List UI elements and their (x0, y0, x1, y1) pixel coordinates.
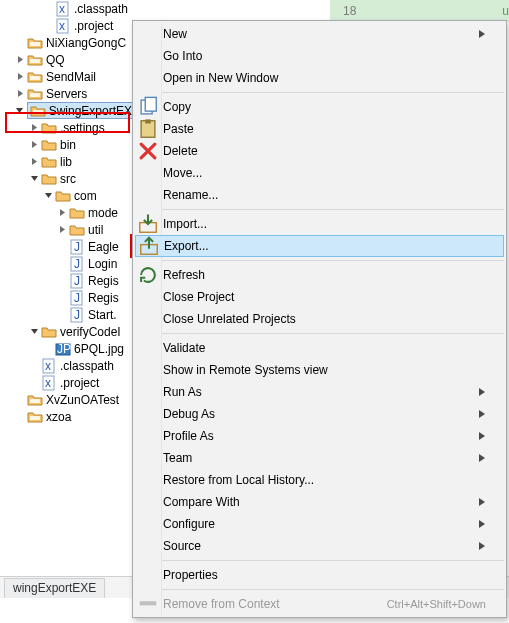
java-icon (69, 290, 85, 306)
menu-item-label: Profile As (159, 429, 478, 443)
menu-icon-empty (137, 564, 159, 586)
menu-separator (161, 333, 504, 334)
tree-item[interactable]: XvZunOATest (0, 391, 135, 408)
tree-item[interactable]: mode (0, 204, 135, 221)
menu-item[interactable]: Close Unrelated Projects (133, 308, 506, 330)
submenu-arrow-icon (478, 539, 486, 553)
copy-icon (137, 96, 159, 118)
menu-item: Remove from ContextCtrl+Alt+Shift+Down (133, 593, 506, 615)
tree-item[interactable]: QQ (0, 51, 135, 68)
tree-item-label: NiXiangGongC (46, 36, 126, 50)
project-icon (27, 392, 43, 408)
menu-item[interactable]: New (133, 23, 506, 45)
menu-item[interactable]: Debug As (133, 403, 506, 425)
twistie-icon[interactable] (14, 54, 26, 66)
tree-item[interactable]: Regis (0, 289, 135, 306)
menu-item[interactable]: Rename... (133, 184, 506, 206)
menu-icon-empty (137, 469, 159, 491)
twistie-icon[interactable] (28, 156, 40, 168)
menu-item-label: Close Project (159, 290, 486, 304)
menu-item[interactable]: Refresh (133, 264, 506, 286)
tree-item[interactable]: .project (0, 374, 135, 391)
xfile-icon (41, 358, 57, 374)
jpg-icon (55, 341, 71, 357)
tree-item-label: bin (60, 138, 76, 152)
twistie-icon[interactable] (14, 105, 26, 117)
twistie-icon[interactable] (56, 224, 68, 236)
twistie-icon[interactable] (28, 122, 40, 134)
menu-item[interactable]: Go Into (133, 45, 506, 67)
menu-item[interactable]: Run As (133, 381, 506, 403)
menu-icon-empty (137, 491, 159, 513)
submenu-arrow-icon (478, 495, 486, 509)
menu-item[interactable]: Delete (133, 140, 506, 162)
menu-item[interactable]: Team (133, 447, 506, 469)
tree-item-label: mode (88, 206, 118, 220)
editor-tab-label: wingExportEXE (13, 581, 96, 595)
menu-item[interactable]: Copy (133, 96, 506, 118)
tree-item[interactable]: com (0, 187, 135, 204)
menu-item[interactable]: Configure (133, 513, 506, 535)
tree-item-label: .classpath (74, 2, 128, 16)
tree-item[interactable]: SwingExportEX (0, 102, 135, 119)
tree-item[interactable]: .settings (0, 119, 135, 136)
tree-item[interactable]: SendMail (0, 68, 135, 85)
menu-accelerator: Ctrl+Alt+Shift+Down (387, 598, 486, 610)
twistie-icon[interactable] (28, 173, 40, 185)
menu-item[interactable]: Validate (133, 337, 506, 359)
twistie-icon[interactable] (42, 190, 54, 202)
tree-item[interactable]: .classpath (0, 357, 135, 374)
menu-item[interactable]: Show in Remote Systems view (133, 359, 506, 381)
tree-item[interactable]: src (0, 170, 135, 187)
tree-item[interactable]: Start. (0, 306, 135, 323)
menu-item[interactable]: Properties (133, 564, 506, 586)
menu-item[interactable]: Profile As (133, 425, 506, 447)
tree-item[interactable]: 6PQL.jpg (0, 340, 135, 357)
menu-item[interactable]: Close Project (133, 286, 506, 308)
twistie-icon (14, 411, 26, 423)
tree-item[interactable]: NiXiangGongC (0, 34, 135, 51)
menu-item-label: Move... (159, 166, 486, 180)
twistie-icon[interactable] (14, 88, 26, 100)
tree-item[interactable]: lib (0, 153, 135, 170)
menu-item-label: Restore from Local History... (159, 473, 486, 487)
menu-item-label: New (159, 27, 478, 41)
submenu-arrow-icon (478, 27, 486, 41)
twistie-icon[interactable] (28, 326, 40, 338)
tree-item-label: 6PQL.jpg (74, 342, 124, 356)
tree-item[interactable]: .project (0, 17, 135, 34)
menu-item[interactable]: Move... (133, 162, 506, 184)
xfile-icon (41, 375, 57, 391)
tree-item[interactable]: bin (0, 136, 135, 153)
twistie-icon[interactable] (28, 139, 40, 151)
twistie-icon[interactable] (56, 207, 68, 219)
remove-icon (137, 593, 159, 615)
tree-item[interactable]: .classpath (0, 0, 135, 17)
project-explorer-tree[interactable]: .classpath.projectNiXiangGongCQQSendMail… (0, 0, 135, 576)
tree-item[interactable]: util (0, 221, 135, 238)
menu-item[interactable]: Paste (133, 118, 506, 140)
twistie-icon (56, 309, 68, 321)
editor-tab[interactable]: wingExportEXE (4, 578, 105, 598)
menu-item-label: Properties (159, 568, 486, 582)
tree-item[interactable]: Login (0, 255, 135, 272)
menu-item[interactable]: Export... (135, 235, 504, 257)
menu-item[interactable]: Import... (133, 213, 506, 235)
menu-item[interactable]: Open in New Window (133, 67, 506, 89)
menu-item[interactable]: Restore from Local History... (133, 469, 506, 491)
tree-item[interactable]: Servers (0, 85, 135, 102)
menu-item-label: Compare With (159, 495, 478, 509)
menu-icon-empty (137, 23, 159, 45)
folder-icon (69, 222, 85, 238)
project-icon (27, 409, 43, 425)
tree-item[interactable]: verifyCodeI (0, 323, 135, 340)
tree-item[interactable]: Eagle (0, 238, 135, 255)
menu-item-label: Refresh (159, 268, 486, 282)
menu-item[interactable]: Compare With (133, 491, 506, 513)
tree-item[interactable]: xzoa (0, 408, 135, 425)
twistie-icon[interactable] (14, 71, 26, 83)
menu-item-label: Delete (159, 144, 486, 158)
tree-item[interactable]: Regis (0, 272, 135, 289)
menu-item[interactable]: Source (133, 535, 506, 557)
menu-item-label: Remove from Context (159, 597, 387, 611)
